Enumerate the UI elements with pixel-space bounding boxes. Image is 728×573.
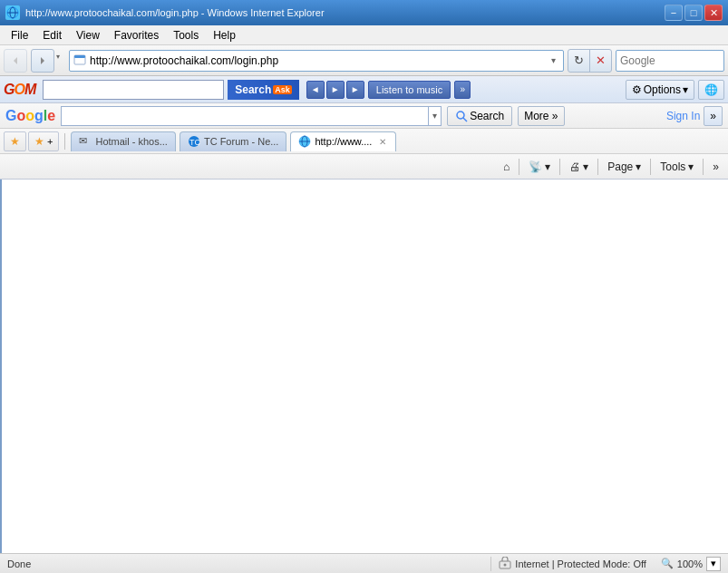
menu-view[interactable]: View — [69, 27, 107, 44]
media-next-button[interactable]: ► — [346, 81, 364, 99]
cmd-sep-2 — [559, 159, 560, 175]
zoom-control: 🔍 100% ▾ — [661, 557, 721, 571]
tab-hotmail-label: Hotmail - khos... — [95, 136, 167, 147]
zoom-label: 100% — [677, 558, 703, 569]
address-dropdown-button[interactable]: ▾ — [547, 54, 559, 67]
address-input[interactable] — [90, 54, 543, 67]
favorites-toolbar: ★ ★ + ✉ Hotmail - khos... TC TC Forum - … — [0, 129, 728, 154]
add-favorites-button-2[interactable]: ★ + — [28, 131, 59, 151]
status-zone: Internet | Protected Mode: Off — [490, 557, 654, 571]
gom-search-input[interactable] — [44, 83, 223, 96]
nav-search-input[interactable] — [616, 54, 728, 67]
gom-search-button[interactable]: Search Ask — [228, 80, 299, 100]
gom-toolbar: GOM Search Ask ◄ ► ► Listen to music » ⚙… — [0, 76, 728, 103]
gear-icon: ⚙ — [632, 83, 642, 96]
print-icon: 🖨 — [569, 160, 580, 173]
tab-active[interactable]: http://www.... ✕ — [290, 131, 396, 151]
forward-button[interactable] — [31, 49, 54, 73]
content-area — [0, 180, 728, 553]
address-bar: ▾ — [69, 50, 564, 72]
print-button[interactable]: 🖨 ▾ — [564, 157, 594, 177]
menu-edit[interactable]: Edit — [35, 27, 69, 44]
star-icon: ★ — [10, 135, 20, 148]
google-search-dropdown-button[interactable]: ▾ — [428, 107, 441, 125]
nav-bar: ▾ ▾ ↻ ✕ 🔍 — [0, 45, 728, 76]
menu-favorites[interactable]: Favorites — [107, 27, 166, 44]
google-more-button[interactable]: More » — [518, 106, 564, 126]
google-toolbar-more-button[interactable]: » — [704, 106, 723, 126]
media-controls: ◄ ► ► — [306, 81, 364, 99]
status-right: Internet | Protected Mode: Off 🔍 100% ▾ — [490, 557, 721, 571]
gom-more-button[interactable]: 🌐 — [698, 80, 724, 100]
google-signin-button[interactable]: Sign In — [666, 110, 700, 122]
back-button[interactable] — [4, 49, 27, 73]
menu-tools[interactable]: Tools — [166, 27, 206, 44]
page-dropdown-icon: ▾ — [636, 160, 641, 173]
maximize-button[interactable]: □ — [684, 5, 703, 21]
svg-rect-6 — [74, 55, 85, 58]
svg-marker-4 — [41, 57, 44, 64]
svg-line-8 — [463, 118, 467, 121]
tools-button[interactable]: Tools ▾ — [655, 157, 699, 177]
svg-text:TC: TC — [189, 138, 200, 147]
add-favorites-button[interactable]: ★ — [4, 131, 26, 151]
zone-icon — [499, 557, 511, 571]
title-bar-text: http://www.protoochaikal.com/login.php -… — [25, 7, 325, 18]
cmd-sep-4 — [650, 159, 651, 175]
cmd-sep-1 — [519, 159, 519, 175]
cmd-sep-5 — [703, 159, 704, 175]
feeds-button[interactable]: 📡 ▾ — [523, 157, 556, 177]
page-label: Page — [607, 160, 633, 173]
svg-marker-3 — [14, 57, 17, 64]
listen-music-button[interactable]: Listen to music — [368, 81, 451, 99]
minimize-button[interactable]: − — [665, 5, 683, 21]
feeds-dropdown-icon: ▾ — [545, 160, 550, 173]
tab-tc-forum[interactable]: TC TC Forum - Ne... — [180, 131, 287, 151]
title-bar-controls: − □ ✕ — [665, 5, 723, 21]
menu-help[interactable]: Help — [206, 27, 243, 44]
google-toolbar-right: Sign In » — [666, 106, 723, 126]
google-search-box: ▾ — [61, 106, 442, 126]
cmd-sep-3 — [597, 159, 598, 175]
stop-button[interactable]: ✕ — [589, 50, 611, 72]
nav-search-box: 🔍 — [616, 50, 724, 72]
media-prev-button[interactable]: ◄ — [306, 81, 325, 99]
feeds-icon: 📡 — [529, 160, 542, 173]
menu-file[interactable]: File — [4, 27, 35, 44]
google-search-input[interactable] — [62, 110, 428, 122]
home-button[interactable]: ⌂ — [498, 157, 515, 177]
status-done-text: Done — [7, 558, 31, 569]
address-icon — [73, 53, 86, 68]
svg-point-7 — [457, 112, 464, 119]
ie-icon — [5, 5, 20, 20]
ask-badge: Ask — [273, 85, 292, 94]
tab-close-button[interactable]: ✕ — [377, 136, 388, 147]
print-dropdown-icon: ▾ — [583, 160, 588, 173]
star-add-icon: ★ — [34, 135, 44, 148]
options-dropdown-icon: ▾ — [683, 83, 688, 96]
refresh-button[interactable]: ↻ — [568, 50, 589, 72]
google-search-button[interactable]: Search — [447, 106, 512, 126]
gom-toolbar-right: ⚙ Options ▾ 🌐 — [626, 80, 724, 100]
title-bar-left: http://www.protoochaikal.com/login.php -… — [5, 5, 325, 20]
status-left: Done — [7, 558, 31, 569]
tab-hotmail-favicon: ✉ — [79, 135, 92, 148]
cmd-more-button[interactable]: » — [707, 157, 724, 177]
tab-hotmail[interactable]: ✉ Hotmail - khos... — [71, 131, 175, 151]
options-button[interactable]: ⚙ Options ▾ — [626, 80, 694, 100]
close-button[interactable]: ✕ — [704, 5, 723, 21]
tools-label: Tools — [660, 160, 685, 173]
google-toolbar: Google ▾ Search More » Sign In » — [0, 103, 728, 129]
home-icon: ⌂ — [503, 160, 510, 173]
command-bar: ⌂ 📡 ▾ 🖨 ▾ Page ▾ Tools ▾ » — [0, 154, 728, 180]
tools-dropdown-icon: ▾ — [688, 160, 694, 173]
media-more-button[interactable]: » — [454, 81, 471, 99]
zone-label: Internet | Protected Mode: Off — [515, 558, 646, 569]
status-bar: Done Internet | Protected Mode: Off 🔍 10… — [0, 553, 728, 573]
toolbar-separator — [64, 133, 65, 150]
tab-tc-forum-label: TC Forum - Ne... — [204, 136, 279, 147]
media-play-button[interactable]: ► — [326, 81, 345, 99]
zoom-icon: 🔍 — [661, 558, 674, 569]
page-button[interactable]: Page ▾ — [602, 157, 646, 177]
zoom-dropdown-button[interactable]: ▾ — [706, 557, 721, 571]
